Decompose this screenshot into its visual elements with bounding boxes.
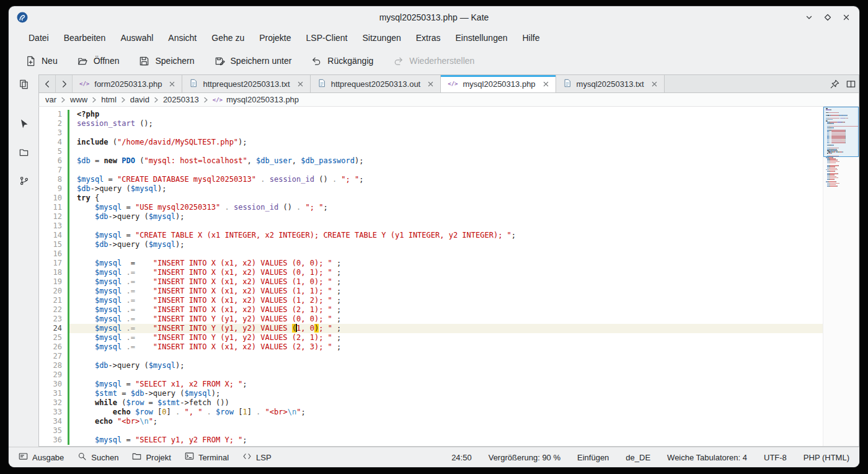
code-line-26[interactable]: 26 $mysql .= "INSERT INTO X (x1, x2) VAL… [39,342,859,352]
breadcrumb-segment-1[interactable]: www [70,95,87,104]
minimap-viewport[interactable] [823,107,859,157]
code-line-28[interactable]: 28 $db->query ($mysql); [39,361,859,370]
code-line-21[interactable]: 21 $mysql .= "INSERT INTO X (x1, x2) VAL… [39,296,859,305]
code-line-31[interactable]: 31 $stmt = $db->query ($mysql); [39,389,859,398]
statusbar-info: 24:50Vergrößerung: 90 %Einfügende_DEWeic… [451,453,849,462]
line-number: 10 [39,194,68,203]
dock-documents-icon[interactable] [14,74,33,93]
tab-close-icon[interactable] [652,81,657,87]
menubar-item-2[interactable]: Auswahl [113,29,161,47]
dock-filesystem-browser-icon[interactable] [14,143,33,161]
breadcrumb-segment-2[interactable]: html [101,95,117,104]
line-number: 11 [39,203,68,212]
dock-git-branch-icon[interactable] [14,171,33,190]
line-number: 17 [39,259,68,268]
breadcrumb-file[interactable]: </>mysql20250313.php [213,95,299,104]
menubar-item-9[interactable]: Einstellungen [448,29,515,47]
code-line-27[interactable]: 27 [39,352,859,361]
code-line-10[interactable]: 10try { [39,194,859,203]
code-line-2[interactable]: 2session_start (); [39,119,859,128]
code-line-30[interactable]: 30 $mysql = "SELECT x1, x2 FROM X; "; [39,380,859,389]
code-line-24[interactable]: 24 $mysql .= "INSERT INTO Y (y1, y2) VAL… [39,324,859,333]
new-button[interactable]: Neu [19,51,64,71]
code-line-25[interactable]: 25 $mysql .= "INSERT INTO Y (y1, y2) VAL… [39,333,859,342]
code-line-13[interactable]: 13 [39,221,859,231]
code-line-20[interactable]: 20 $mysql .= "INSERT INTO X (x1, x2) VAL… [39,287,859,296]
code-line-9[interactable]: 9$db->query ($mysql); [39,184,859,194]
code-line-8[interactable]: 8$mysql = "CREATE DATABASE mysql20250313… [39,175,859,184]
menubar-item-6[interactable]: LSP-Client [299,29,355,47]
menubar-item-10[interactable]: Hilfe [515,29,547,47]
breadcrumb-segment-4[interactable]: 20250313 [163,95,199,104]
save-button[interactable]: Speichern [132,51,201,71]
code-line-19[interactable]: 19 $mysql .= "INSERT INTO X (x1, x2) VAL… [39,277,859,287]
code-line-17[interactable]: 17 $mysql = "INSERT INTO X (x1, x2) VALU… [39,259,859,268]
code-line-1[interactable]: 1<?php [39,110,859,119]
menubar-item-1[interactable]: Bearbeiten [56,29,113,47]
pin-tab-button[interactable] [826,75,843,92]
code-line-11[interactable]: 11 $mysql = "USE mysql20250313" . sessio… [39,203,859,212]
undo-button[interactable]: Rückgängig [304,51,380,71]
menubar-item-4[interactable]: Gehe zu [204,29,252,47]
menubar-item-7[interactable]: Sitzungen [355,29,408,47]
tab-close-icon[interactable] [428,81,433,87]
code-line-14[interactable]: 14 $mysql = "CREATE TABLE X (x1 INTEGER,… [39,231,859,240]
statusbar-terminal-button[interactable]: Terminal [185,452,229,463]
menubar-item-5[interactable]: Projekte [252,29,298,47]
code-line-7[interactable]: 7 [39,166,859,175]
tab-mysql20250313-txt[interactable]: mysql20250313.txt [556,75,665,92]
tab-scroll-left-button[interactable] [39,75,56,92]
statusbar-dictionary[interactable]: de_DE [626,453,650,462]
code-line-32[interactable]: 32 while ($row = $stmt->fetch ()) [39,398,859,408]
code-line-34[interactable]: 34 echo "<br>\n"; [39,417,859,426]
code-line-4[interactable]: 4include ("/home/david/MySQLTEST.php"); [39,138,859,147]
tab-close-icon[interactable] [169,81,175,87]
statusbar-syntax-mode[interactable]: PHP (HTML) [804,453,849,462]
minimap-scrollbar[interactable] [823,107,859,446]
minimize-button[interactable] [800,8,818,27]
statusbar-insert-mode[interactable]: Einfügen [577,453,609,462]
line-number: 27 [39,352,68,361]
maximize-button[interactable] [818,8,837,27]
menubar-item-3[interactable]: Ansicht [161,29,204,47]
save-as-button[interactable]: Speichern unter [208,51,299,71]
dock-symbols-icon[interactable] [14,114,33,133]
code-line-36[interactable]: 36 $mysql = "SELECT y1, y2 FROM Y; "; [39,436,859,445]
statusbar-output-button[interactable]: Ausgabe [19,452,64,463]
statusbar-zoom-level[interactable]: Vergrößerung: 90 % [489,453,560,462]
code-line-33[interactable]: 33 echo $row [0] . ", " . $row [1] . "<b… [39,408,859,417]
code-line-12[interactable]: 12 $db->query ($mysql); [39,212,859,221]
close-button[interactable] [837,8,856,27]
code-line-15[interactable]: 15 $db->query ($mysql); [39,240,859,249]
statusbar-search-button[interactable]: Suchen [78,452,118,463]
tab-scroll-right-button[interactable] [56,75,73,92]
editor-view[interactable]: 1<?php2session_start ();34include ("/hom… [38,107,859,447]
code-line-29[interactable]: 29 [39,370,859,380]
open-button[interactable]: Öffnen [71,51,126,71]
statusbar-tab-mode[interactable]: Weiche Tabulatoren: 4 [667,453,747,462]
breadcrumb-segment-3[interactable]: david [130,95,149,104]
tab-httprequest20250313-txt[interactable]: httprequest20250313.txt [182,75,310,92]
code-line-35[interactable]: 35 [39,426,859,436]
statusbar-project-button[interactable]: Projekt [132,452,170,463]
tab-httprequest20250313-out[interactable]: httprequest20250313.out [311,75,441,92]
tab-close-icon[interactable] [298,81,303,87]
statusbar-lsp-button[interactable]: LSP [242,452,272,463]
code-line-16[interactable]: 16 [39,249,859,259]
statusbar-encoding[interactable]: UTF-8 [764,453,787,462]
code-line-18[interactable]: 18 $mysql .= "INSERT INTO X (x1, x2) VAL… [39,268,859,277]
statusbar-cursor-position[interactable]: 24:50 [451,453,472,462]
code-line-6[interactable]: 6$db = new PDO ("mysql: host=localhost",… [39,156,859,166]
menubar-item-8[interactable]: Extras [409,29,448,47]
tab-mysql20250313-php[interactable]: </>mysql20250313.php [441,75,556,92]
code-line-3[interactable]: 3 [39,128,859,138]
breadcrumb-segment-0[interactable]: var [45,95,56,104]
split-view-button[interactable] [843,75,859,92]
tab-close-icon[interactable] [543,81,549,87]
tab-form20250313-php[interactable]: </>form20250313.php [73,75,182,92]
menubar-item-0[interactable]: Datei [21,29,56,47]
code-line-5[interactable]: 5 [39,147,859,156]
line-number: 30 [39,380,68,389]
code-line-22[interactable]: 22 $mysql .= "INSERT INTO X (x1, x2) VAL… [39,305,859,315]
code-line-23[interactable]: 23 $mysql .= "INSERT INTO Y (y1, y2) VAL… [39,315,859,324]
